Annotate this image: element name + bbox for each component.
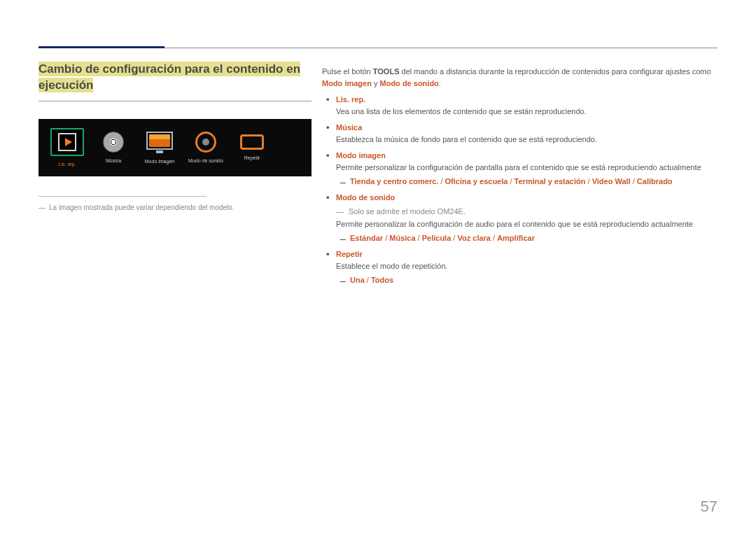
toolbar-item-label: Modo imagen [145, 159, 174, 164]
monitor-icon [146, 132, 173, 153]
toolbar-item-sound-mode[interactable]: Modo de sonido [183, 132, 229, 163]
option-head: Música [336, 123, 362, 132]
section-title-rule [38, 101, 312, 101]
speaker-icon [195, 132, 216, 153]
option-sound-mode: Modo de sonido Solo se admite el modelo … [322, 192, 718, 244]
toolbar-item-lisrep[interactable]: Lis. rep. [44, 128, 90, 167]
toolbar-item-music[interactable]: Música [90, 132, 136, 163]
option-head: Modo de sonido [336, 193, 395, 202]
intro-paragraph: Pulse el botón TOOLS del mando a distanc… [322, 66, 718, 90]
section-title: Cambio de configuración para el contenid… [38, 62, 300, 92]
toolbar-item-repeat[interactable]: Repetir [229, 134, 275, 160]
right-column: Pulse el botón TOOLS del mando a distanc… [322, 66, 718, 288]
repeat-icon [240, 134, 264, 150]
option-desc: Establezca la música de fondo para el co… [336, 134, 718, 146]
option-desc: Permite personalizar la configuración de… [336, 162, 718, 174]
disc-icon [103, 132, 124, 153]
playlist-icon [50, 128, 84, 156]
option-repeat-values: Una / Todos [336, 274, 718, 286]
footnote-rule [38, 196, 206, 197]
toolbar-item-label: Lis. rep. [59, 162, 76, 167]
option-repeat: Repetir Establece el modo de repetición.… [322, 248, 718, 286]
footnote: ― La imagen mostrada puede variar depend… [38, 204, 312, 211]
keyword-modo-imagen: Modo imagen [322, 79, 372, 87]
toolbar-item-label: Repetir [244, 155, 260, 160]
left-column: Cambio de configuración para el contenid… [38, 62, 312, 211]
toolbar-item-label: Música [106, 158, 121, 163]
footnote-text: La imagen mostrada puede variar dependie… [49, 204, 234, 211]
option-head: Repetir [336, 250, 363, 258]
option-sound-mode-values: Estándar / Música / Película / Voz clara… [336, 232, 718, 244]
option-music: Música Establezca la música de fondo par… [322, 122, 718, 146]
toolbar-item-picture-mode[interactable]: Modo imagen [136, 132, 183, 164]
device-toolbar: Lis. rep. Música Modo imagen Modo de son… [38, 119, 312, 176]
option-lisrep: Lis. rep. Vea una lista de los elementos… [322, 94, 718, 118]
option-desc: Permite personalizar la configuración de… [336, 218, 718, 230]
tools-keyword: TOOLS [373, 67, 400, 76]
option-picture-mode-values: Tienda y centro comerc. / Oficina y escu… [336, 176, 718, 188]
header-rule-accent [38, 46, 164, 48]
footnote-block: ― La imagen mostrada puede variar depend… [38, 196, 312, 211]
options-list: Lis. rep. Vea una lista de los elementos… [322, 94, 718, 286]
option-sound-mode-note: Solo se admite el modelo OM24E. [336, 206, 718, 218]
page-number: 57 [701, 498, 718, 516]
toolbar-item-label: Modo de sonido [188, 158, 223, 163]
keyword-modo-sonido: Modo de sonido [380, 79, 439, 87]
option-desc: Establece el modo de repetición. [336, 260, 718, 272]
option-desc: Vea una lista de los elementos de conten… [336, 106, 718, 118]
option-picture-mode: Modo imagen Permite personalizar la conf… [322, 150, 718, 188]
option-head: Modo imagen [336, 151, 386, 160]
option-head: Lis. rep. [336, 95, 365, 104]
